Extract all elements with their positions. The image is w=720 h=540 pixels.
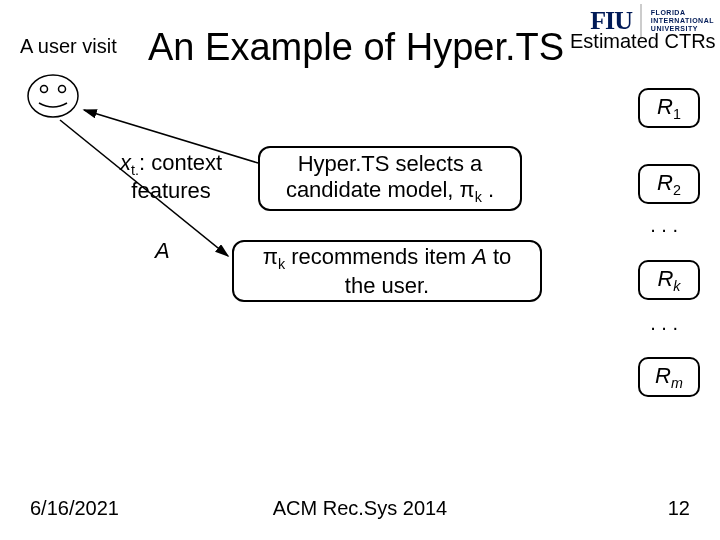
item-a-label: A [155, 238, 170, 264]
slide-title: An Example of Hyper.TS [148, 26, 564, 69]
context-features-label: xt.: context features [120, 151, 222, 203]
rm-box: Rm [638, 357, 700, 397]
hyperts-select-box: Hyper.TS selects a candidate model, πk . [258, 146, 522, 211]
smiley-icon [26, 73, 80, 119]
rk-box: Rk [638, 260, 700, 300]
r1-box: R1 [638, 88, 700, 128]
ellipsis-2: . . . [650, 312, 678, 335]
footer-venue: ACM Rec.Sys 2014 [0, 497, 720, 520]
user-visit-label: A user visit [20, 35, 117, 58]
ellipsis-1: . . . [650, 214, 678, 237]
recommend-box: πk recommends item A to the user. [232, 240, 542, 302]
svg-point-0 [28, 75, 78, 117]
r2-box: R2 [638, 164, 700, 204]
slide: FIU FLORIDA INTERNATIONAL UNIVERSITY A u… [0, 0, 720, 540]
svg-point-2 [59, 86, 66, 93]
estimated-ctrs-label: Estimated CTRs [570, 30, 716, 53]
svg-point-1 [41, 86, 48, 93]
page-number: 12 [668, 497, 690, 520]
